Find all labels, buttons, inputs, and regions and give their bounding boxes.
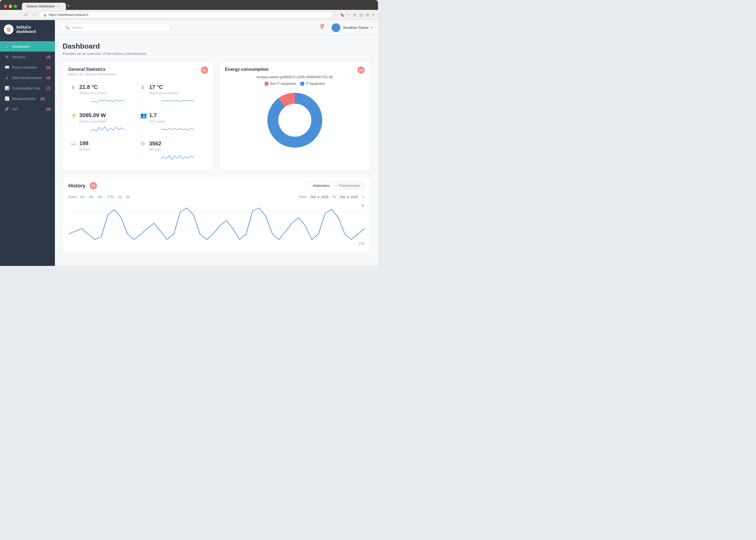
zoom-label: Zoom — [69, 195, 77, 199]
zoom-all[interactable]: All — [125, 195, 130, 200]
sidebar-item-api[interactable]: 🚀 API (9) — [0, 104, 55, 114]
group-icon: 👥 — [140, 112, 147, 118]
sidebar-item-label: Sensors — [12, 55, 25, 59]
stat-sensors: 🗂 198 Sensors — [69, 137, 138, 165]
chevron-right-icon: › — [50, 97, 51, 100]
temp-outside-sparkline — [149, 96, 206, 104]
stat-consumption: ⚡ 3095.09 W Instant consumption — [69, 109, 138, 137]
brand-name: SeDuCe dashboard — [16, 25, 51, 34]
y-axis-bottom: 2.5k — [359, 242, 365, 245]
chart-menu-icon[interactable]: ≡ — [362, 195, 365, 200]
window-controls — [4, 5, 17, 8]
bookmark-icon[interactable]: 🔖 — [340, 13, 345, 17]
maximize-button[interactable] — [14, 5, 17, 8]
rack-badge: (6) — [46, 76, 51, 80]
user-name: Jonathan Pastor — [343, 26, 369, 30]
star-icon[interactable]: ☆ — [347, 13, 351, 17]
tab-thermometers[interactable]: Thermometers — [334, 182, 364, 189]
sensors-label: Sensors — [79, 148, 136, 151]
header-right: ℹ 8 Jonathan Pastor ▾ — [321, 23, 373, 32]
tab-wattmeters[interactable]: Wattmeters — [309, 182, 334, 189]
history-title: History — [69, 183, 85, 189]
api-calls-sparkline — [149, 153, 206, 161]
sidebar-item-sensors[interactable]: ⚙ Sensors (4) — [0, 52, 55, 62]
stat-api-calls: ⚙ 3562 API calls — [138, 137, 208, 165]
zoom-1m[interactable]: 1m — [79, 195, 86, 200]
to-date-input[interactable]: Dec 3, 2019 — [338, 194, 361, 200]
page-subtitle: Provides an an overview of the Seduce in… — [63, 52, 370, 56]
zoom-3m[interactable]: 3m — [88, 195, 95, 200]
history-header: History (3) Wattmeters Thermometers — [69, 182, 365, 190]
extensions-icon[interactable]: ··· — [335, 13, 338, 17]
energy-consumption-card: Energy consumption (2) ecotype.nantes.gr… — [219, 61, 371, 171]
search-placeholder: Search — [72, 26, 83, 30]
sidebar-item-consumption-tree[interactable]: 📊 Consumption tree (7) — [0, 83, 55, 93]
active-tab[interactable]: Seduce Dashboard ✕ — [22, 3, 66, 10]
app-container: 🏠 SeDuCe dashboard ⌂ Dashboard ⚙ Sensors… — [0, 20, 378, 266]
header-divider — [327, 24, 327, 32]
from-date-input[interactable]: Dec 3, 2019 — [308, 194, 331, 200]
sidebar-item-measurements[interactable]: 📈 Measurements (8) › — [0, 93, 55, 104]
lock-icon: 🔒 — [43, 13, 47, 17]
tab-close-icon[interactable]: ✕ — [57, 5, 59, 8]
sidebar-brand: 🏠 SeDuCe dashboard — [0, 20, 55, 39]
home-button[interactable]: ⌂ — [31, 12, 37, 18]
back-button[interactable]: ← — [4, 12, 11, 18]
donut-chart — [265, 90, 325, 150]
reader-icon[interactable]: 📰 — [359, 13, 364, 17]
sidebar-item-rack-temperatures[interactable]: 🌡 Rack temperatures (6) — [0, 72, 55, 83]
history-tabs: Wattmeters Thermometers — [308, 182, 365, 190]
library-icon[interactable]: ⊞ — [353, 13, 356, 17]
thermometer-inside-icon: 🌡 — [71, 84, 77, 90]
refresh-button[interactable]: ↺ — [23, 12, 29, 18]
notifications-badge: 8 — [320, 24, 324, 28]
bar-chart-icon: 📈 — [4, 96, 9, 101]
svg-point-2 — [278, 104, 311, 137]
non-it-label: Non IT equipment — [270, 82, 296, 85]
chevron-down-icon: ▾ — [371, 26, 373, 29]
zoom-ytd[interactable]: YTD — [106, 195, 115, 200]
content-area: Dashboard Provides an an overview of the… — [55, 35, 378, 260]
forward-button[interactable]: → — [13, 12, 20, 18]
sidebar-item-label: Measurements — [12, 96, 36, 101]
temp-outside-label: Temperature (outside) — [149, 91, 206, 95]
sensors-badge: (4) — [46, 55, 51, 59]
url-text: https://dashboard.seduce.fr — [49, 13, 88, 17]
from-label: From — [299, 195, 307, 199]
close-button[interactable] — [4, 5, 7, 8]
menu-icon[interactable]: ≡ — [372, 13, 374, 17]
brand-icon: 🏠 — [6, 27, 11, 32]
energy-badge: (2) — [358, 67, 365, 73]
sidebar-item-label: API — [12, 107, 18, 111]
search-bar[interactable]: 🔍 Search — [61, 24, 170, 32]
room-badge: (5) — [46, 65, 51, 69]
sensors-value: 198 — [79, 140, 88, 147]
notifications-button[interactable]: ℹ 8 — [321, 25, 323, 30]
rocket-icon: 🚀 — [4, 107, 9, 111]
history-card: History (3) Wattmeters Thermometers — [63, 176, 370, 253]
stats-card-subtitle: Metrics for Seduce infrastructure — [69, 72, 116, 76]
chart-bar-icon: 📊 — [4, 86, 9, 90]
minimize-button[interactable] — [9, 5, 12, 8]
sidebar-item-label: Consumption tree — [12, 86, 40, 90]
date-controls: From Dec 3, 2019 To Dec 3, 2019 ≡ — [299, 194, 365, 200]
history-controls: Zoom 1m 3m 6m YTD 1y All From Dec 3, 201… — [69, 194, 365, 200]
legend-non-it: Non IT equipment — [265, 82, 296, 85]
sidebar-item-room-overview[interactable]: 📖 Room overview (5) — [0, 62, 55, 72]
zoom-6m[interactable]: 6m — [97, 195, 104, 200]
stat-temp-inside: 🌡 21.8 °C Temperature (inside) — [69, 81, 138, 109]
energy-title: Energy consumption — [225, 67, 269, 72]
stats-grid: 🌡 21.8 °C Temperature (inside) — [69, 81, 208, 165]
extensions2-icon[interactable]: ⊞ — [366, 13, 369, 17]
sensor-icon: 🗂 — [71, 140, 77, 147]
address-bar[interactable]: 🔒 https://dashboard.seduce.fr — [39, 12, 332, 18]
new-tab-button[interactable]: + — [67, 3, 70, 10]
user-menu[interactable]: Jonathan Pastor ▾ — [332, 23, 373, 32]
consumption-sparkline — [79, 125, 136, 132]
avatar — [332, 23, 340, 32]
energy-legend: Non IT equipment IT equipment — [225, 82, 365, 85]
brand-logo: 🏠 — [4, 24, 13, 34]
sidebar-item-dashboard[interactable]: ⌂ Dashboard — [0, 41, 55, 52]
zoom-1y[interactable]: 1y — [117, 195, 123, 200]
page-title: Dashboard — [63, 42, 370, 51]
